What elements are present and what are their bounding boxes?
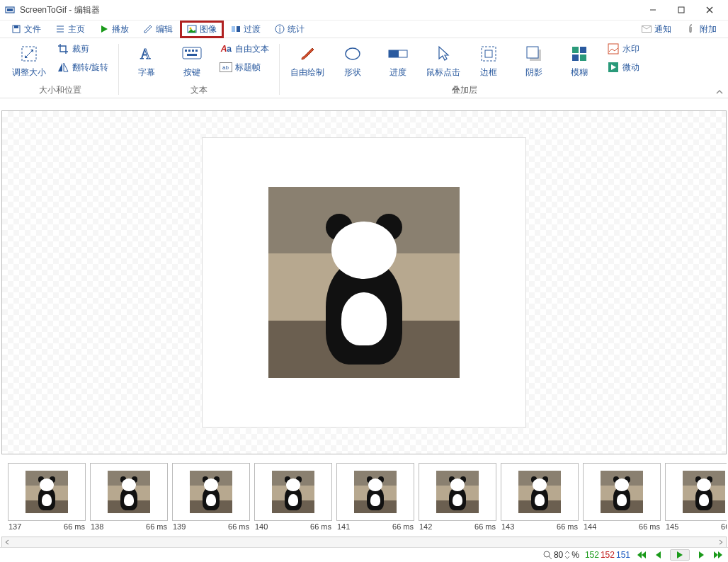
ribbon-label: 按键 [183, 67, 200, 79]
thumb-image [190, 471, 232, 513]
shape-button[interactable]: 形状 [332, 41, 373, 81]
flip-icon [57, 61, 69, 74]
mouseclick-button[interactable]: 鼠标点击 [423, 41, 464, 81]
thumb-image [25, 471, 68, 513]
menu-home[interactable]: 主页 [50, 22, 91, 37]
svg-marker-11 [101, 25, 108, 33]
svg-marker-23 [64, 63, 68, 71]
window-title: ScreenToGif - 编辑器 [20, 4, 100, 16]
border-icon [479, 44, 499, 64]
ribbon-group-overlay: 自由绘制 形状 进度 鼠标点击 边框 阴影 [283, 41, 647, 98]
thumb-box [172, 463, 250, 521]
menu-label: 图像 [200, 23, 217, 35]
frame-counts: 152 152 151 [585, 550, 630, 560]
zoom-control[interactable]: 80 % [542, 550, 579, 560]
ribbon-label: 标题帧 [235, 62, 261, 74]
frame-thumb[interactable]: 14466 ms [584, 463, 660, 538]
shadow-button[interactable]: 阴影 [513, 41, 554, 81]
blur-button[interactable]: 模糊 [559, 41, 600, 81]
last-frame-button[interactable] [712, 551, 724, 559]
svg-marker-51 [656, 551, 661, 558]
svg-text:i: i [279, 25, 280, 33]
svg-rect-25 [183, 47, 201, 59]
frame-thumb[interactable]: 14566 ms [666, 463, 727, 538]
menu-label: 过渡 [244, 23, 261, 35]
titleframe-button[interactable]: ab 标题帧 [217, 59, 272, 75]
thumb-box [501, 463, 579, 521]
menu-play[interactable]: 播放 [93, 22, 135, 37]
scroll-left-icon[interactable] [2, 538, 12, 546]
thumb-box [419, 463, 496, 521]
frame-thumb[interactable]: 14066 ms [255, 463, 331, 538]
ribbon-label: 进度 [389, 67, 406, 79]
crop-button[interactable]: 裁剪 [54, 41, 111, 57]
flip-rotate-button[interactable]: 翻转/旋转 [54, 59, 111, 75]
menu-label: 文件 [24, 23, 41, 35]
app-icon [4, 4, 16, 16]
ribbon-label: 裁剪 [72, 43, 89, 55]
group-label: 叠加层 [452, 84, 477, 96]
svg-marker-54 [714, 551, 718, 558]
info-icon: i [275, 24, 285, 34]
maximize-button[interactable] [667, 0, 695, 20]
resize-icon [19, 44, 39, 64]
crop-icon [57, 42, 69, 55]
svg-point-33 [346, 48, 360, 59]
menu-label: 主页 [68, 23, 85, 35]
svg-marker-22 [58, 63, 62, 71]
first-frame-button[interactable] [636, 551, 647, 559]
thumb-index: 141 [337, 522, 350, 531]
close-button[interactable] [695, 0, 724, 20]
watermark-button[interactable]: 水印 [604, 41, 642, 57]
menu-image[interactable]: 图像 [181, 22, 222, 37]
menu-stats[interactable]: i 统计 [269, 22, 310, 37]
timeline-scrollbar[interactable] [1, 537, 727, 548]
freetext-button[interactable]: Aa 自由文本 [217, 41, 272, 57]
frame-thumb[interactable]: 13766 ms [8, 463, 85, 538]
ribbon-label: 微动 [622, 62, 639, 74]
svg-rect-42 [572, 55, 579, 61]
frame-thumb[interactable]: 14266 ms [419, 463, 496, 538]
thumb-box [583, 463, 661, 521]
thumb-duration: 66 ms [64, 522, 85, 531]
thumb-duration: 66 ms [228, 522, 249, 531]
freedraw-button[interactable]: 自由绘制 [287, 41, 328, 81]
frame-timeline: 13766 ms13866 ms13966 ms14066 ms14166 ms… [1, 459, 727, 538]
play-button[interactable] [670, 549, 690, 561]
thumb-duration: 66 ms [146, 522, 167, 531]
resize-button[interactable]: 调整大小 [8, 41, 50, 81]
menu-notify[interactable]: 通知 [636, 22, 677, 37]
cinemagraph-button[interactable]: 微动 [604, 59, 642, 75]
menu-file[interactable]: 文件 [6, 22, 47, 37]
next-frame-button[interactable] [697, 551, 705, 559]
menu-edit[interactable]: 编辑 [137, 22, 178, 37]
keys-button[interactable]: 按键 [171, 41, 212, 81]
thumb-index: 144 [584, 522, 596, 531]
thumb-duration: 66 ms [474, 522, 496, 531]
menu-label: 通知 [654, 23, 671, 35]
prev-frame-button[interactable] [654, 551, 663, 559]
frame-thumb[interactable]: 14366 ms [501, 463, 578, 538]
minimize-button[interactable] [639, 0, 667, 20]
progress-button[interactable]: 进度 [377, 41, 419, 81]
menu-extra[interactable]: 附加 [681, 22, 722, 37]
zoom-pct: % [571, 550, 579, 560]
frame-thumb[interactable]: 14166 ms [337, 463, 414, 538]
scroll-right-icon[interactable] [716, 538, 726, 546]
ribbon-label: 翻转/旋转 [72, 62, 108, 74]
caption-button[interactable]: A 字幕 [126, 41, 167, 81]
menu-transition[interactable]: 过渡 [225, 22, 266, 37]
menu-label: 附加 [700, 23, 717, 35]
frame-thumb[interactable]: 13966 ms [173, 463, 249, 538]
thumb-duration: 66 ms [639, 522, 660, 531]
canvas[interactable] [1, 110, 727, 454]
zoom-spinner-icon[interactable] [564, 551, 570, 559]
svg-rect-3 [678, 7, 684, 13]
caption-icon: A [137, 44, 157, 64]
border-button[interactable]: 边框 [468, 41, 509, 81]
ribbon-label: 鼠标点击 [426, 67, 460, 79]
thumb-image [108, 471, 150, 513]
frame-thumb[interactable]: 13866 ms [91, 463, 167, 538]
menubar: 文件 主页 播放 编辑 图像 过渡 i 统计 通知 附加 [0, 21, 728, 38]
ribbon-collapse-icon[interactable] [715, 88, 724, 96]
